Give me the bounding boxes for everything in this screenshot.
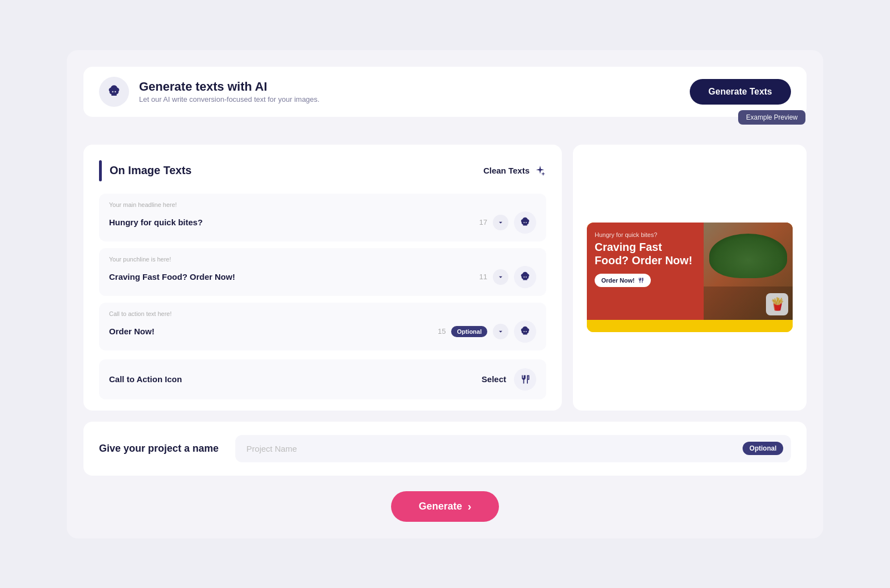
cta-select-label[interactable]: Select — [482, 374, 506, 384]
punchline-input[interactable] — [109, 272, 472, 281]
preview-cta-btn: Order Now! — [595, 274, 651, 287]
cta-text-ai-button[interactable] — [514, 320, 536, 343]
cta-text-field-row: 15 Optional — [109, 320, 536, 343]
cta-optional-badge: Optional — [451, 326, 487, 337]
preview-text-area: Hungry for quick bites? Craving Fast Foo… — [587, 223, 704, 320]
headline-input[interactable] — [109, 218, 472, 227]
generate-texts-button[interactable]: Generate Texts — [690, 79, 791, 105]
left-panel: On Image Texts Clean Texts Your main hea… — [83, 145, 562, 411]
project-name-input[interactable] — [235, 435, 791, 462]
punchline-label: Your punchline is here! — [109, 256, 536, 263]
punchline-dropdown-arrow[interactable] — [493, 269, 508, 285]
punchline-ai-button[interactable] — [514, 266, 536, 288]
generate-bottom-button[interactable]: Generate › — [391, 491, 500, 522]
preview-card: Hungry for quick bites? Craving Fast Foo… — [587, 223, 793, 332]
cta-icon-row: Call to Action Icon Select — [99, 359, 546, 399]
sparkle-icon — [534, 165, 546, 177]
preview-burger-image: 🍟 — [704, 223, 793, 320]
preview-main-text: Craving Fast Food? Order Now! — [595, 240, 696, 267]
header-left: Generate texts with AI Let our AI write … — [99, 77, 319, 107]
chevron-down-icon-3 — [497, 328, 505, 335]
example-preview-tag: Example Preview — [738, 110, 805, 125]
punchline-field-row: 11 — [109, 266, 536, 288]
panel-header: On Image Texts Clean Texts — [99, 160, 546, 181]
cta-icon-label: Call to Action Icon — [109, 374, 182, 384]
cta-text-label: Call to action text here! — [109, 310, 536, 317]
ai-brain-small-icon-2 — [519, 271, 531, 283]
headline-field-row: 17 — [109, 211, 536, 234]
cta-text-input[interactable] — [109, 327, 430, 336]
project-name-label: Give your project a name — [99, 443, 219, 454]
punchline-char-count: 11 — [477, 273, 487, 281]
cta-icon-right: Select — [482, 368, 536, 391]
ai-brain-small-icon — [519, 216, 531, 229]
preview-headline: Hungry for quick bites? — [595, 231, 696, 238]
punchline-field-group: Your punchline is here! 11 — [99, 248, 546, 296]
mcdonalds-logo-text: 🍟 — [770, 297, 785, 312]
cta-text-dropdown-arrow[interactable] — [493, 324, 508, 339]
mcdonalds-logo: 🍟 — [766, 293, 788, 315]
header-text: Generate texts with AI Let our AI write … — [139, 80, 319, 103]
cta-text-field-group: Call to action text here! 15 Optional — [99, 303, 546, 350]
header-title: Generate texts with AI — [139, 80, 319, 94]
header-subtitle: Let our AI write conversion-focused text… — [139, 95, 319, 103]
cta-text-char-count: 15 — [436, 327, 446, 335]
generate-bottom-label: Generate — [419, 501, 462, 512]
clean-texts-label: Clean Texts — [483, 166, 530, 175]
chevron-down-icon-2 — [497, 273, 505, 281]
panel-title: On Image Texts — [110, 164, 191, 177]
preview-inner: Hungry for quick bites? Craving Fast Foo… — [587, 223, 793, 320]
generate-chevron-icon: › — [468, 500, 472, 513]
project-name-input-wrap: Optional — [235, 435, 791, 462]
headline-field-group: Your main headline here! 17 — [99, 194, 546, 241]
project-optional-badge: Optional — [743, 442, 783, 455]
chevron-down-icon — [497, 219, 505, 226]
preview-fork-icon — [637, 277, 644, 284]
ai-brain-icon — [106, 84, 122, 100]
generate-bottom-wrap: Generate › — [83, 491, 807, 522]
preview-cta-text: Order Now! — [601, 277, 635, 284]
app-container: Generate texts with AI Let our AI write … — [67, 50, 823, 538]
fork-knife-icon — [520, 374, 531, 385]
project-name-section: Give your project a name Optional — [83, 422, 807, 476]
ai-brain-icon-wrap — [99, 77, 129, 107]
header: Generate texts with AI Let our AI write … — [83, 67, 807, 117]
headline-label: Your main headline here! — [109, 201, 536, 208]
headline-char-count: 17 — [477, 218, 487, 226]
headline-ai-button[interactable] — [514, 211, 536, 234]
clean-texts-button[interactable]: Clean Texts — [483, 165, 546, 177]
fork-icon-button[interactable] — [514, 368, 536, 391]
headline-dropdown-arrow[interactable] — [493, 215, 508, 230]
right-panel-preview: Hungry for quick bites? Craving Fast Foo… — [573, 145, 807, 411]
ai-brain-small-icon-3 — [519, 325, 531, 338]
panel-title-bar — [99, 160, 102, 181]
preview-yellow-bar — [587, 320, 793, 332]
panel-title-wrap: On Image Texts — [99, 160, 191, 181]
main-content: On Image Texts Clean Texts Your main hea… — [83, 145, 807, 411]
